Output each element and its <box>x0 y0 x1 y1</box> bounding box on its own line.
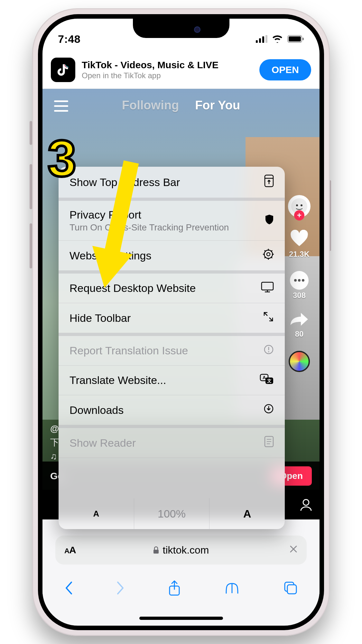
svg-point-34 <box>268 351 269 352</box>
app-banner-subtitle: Open in the TikTok app <box>82 71 259 80</box>
comment-button[interactable]: 308 <box>290 271 309 300</box>
svg-rect-2 <box>262 36 264 43</box>
svg-point-14 <box>298 279 301 282</box>
follow-plus-icon[interactable]: + <box>294 210 304 220</box>
svg-rect-3 <box>265 35 267 43</box>
menu-show-reader: Show Reader <box>59 428 285 458</box>
svg-rect-44 <box>153 550 159 554</box>
notch <box>133 19 229 38</box>
menu-show-top-address-bar[interactable]: Show Top Address Bar <box>59 167 285 198</box>
safari-toolbar <box>42 571 320 606</box>
address-bar-top-icon <box>264 174 274 190</box>
share-button[interactable] <box>168 580 181 597</box>
desktop-icon <box>261 282 274 295</box>
url-domain: tiktok.com <box>153 544 209 556</box>
menu-report-translation-issue: Report Translation Issue <box>59 336 285 366</box>
svg-line-25 <box>265 250 266 252</box>
share-icon <box>290 312 309 328</box>
forward-button <box>116 581 125 596</box>
svg-rect-0 <box>256 40 258 43</box>
tiktok-app-icon[interactable] <box>51 58 75 82</box>
cellular-icon <box>256 35 267 43</box>
zoom-in-button[interactable]: A <box>209 498 285 529</box>
app-banner: TikTok - Videos, Music & LIVE Open in th… <box>42 51 320 89</box>
comment-icon <box>290 271 309 290</box>
menu-downloads[interactable]: Downloads <box>59 395 285 425</box>
svg-rect-6 <box>302 38 304 40</box>
safari-aa-menu: Show Top Address Bar Privacy Report Turn… <box>59 167 285 529</box>
like-button[interactable]: 21.3K <box>289 230 310 259</box>
nav-profile-icon[interactable] <box>299 498 313 512</box>
lock-icon <box>153 546 159 554</box>
svg-line-27 <box>271 250 272 252</box>
battery-icon <box>287 35 304 43</box>
like-count: 21.3K <box>289 250 310 259</box>
phone-frame: 7:48 TikTok - Videos, Music & LIVE Open … <box>32 8 330 636</box>
menu-hide-toolbar[interactable]: Hide Toolbar <box>59 303 285 333</box>
app-banner-title: TikTok - Videos, Music & LIVE <box>82 60 259 70</box>
menu-translate-website[interactable]: Translate Website... A文 <box>59 366 285 395</box>
profile-avatar[interactable]: + <box>288 195 311 218</box>
aa-button[interactable]: AA <box>64 545 76 555</box>
svg-line-28 <box>265 257 266 258</box>
close-icon[interactable] <box>289 545 298 555</box>
step-number-overlay: 3 <box>48 129 76 188</box>
download-icon <box>264 404 274 416</box>
zoom-level[interactable]: 100% <box>134 498 210 529</box>
shield-icon <box>265 214 274 228</box>
svg-line-26 <box>271 257 272 258</box>
svg-point-12 <box>301 204 302 206</box>
svg-rect-50 <box>287 585 296 594</box>
app-banner-open-button[interactable]: OPEN <box>259 59 311 80</box>
svg-rect-1 <box>259 38 261 43</box>
svg-marker-52 <box>84 246 133 292</box>
share-count: 80 <box>295 330 304 339</box>
bookmarks-button[interactable] <box>224 582 240 596</box>
back-button[interactable] <box>64 581 73 596</box>
tabs-button[interactable] <box>283 581 298 596</box>
reader-icon <box>264 436 274 450</box>
svg-rect-29 <box>262 282 273 290</box>
sound-disc[interactable] <box>289 351 310 372</box>
home-indicator[interactable] <box>139 617 223 620</box>
phone-screen: 7:48 TikTok - Videos, Music & LIVE Open … <box>42 19 320 626</box>
gear-icon <box>263 249 274 262</box>
warning-circle-icon <box>264 344 274 357</box>
share-button[interactable]: 80 <box>290 312 309 339</box>
status-icons <box>256 35 304 43</box>
tab-for-you[interactable]: For You <box>195 98 240 112</box>
svg-text:文: 文 <box>267 378 272 383</box>
svg-rect-51 <box>104 160 139 255</box>
svg-text:A: A <box>263 375 266 380</box>
translate-icon: A文 <box>260 374 274 387</box>
expand-arrows-icon <box>263 311 274 325</box>
svg-rect-5 <box>289 36 301 42</box>
svg-point-15 <box>302 279 304 282</box>
svg-point-11 <box>296 204 298 206</box>
status-time: 7:48 <box>58 33 80 45</box>
zoom-out-button[interactable]: A <box>59 498 134 529</box>
svg-point-13 <box>294 279 297 282</box>
tab-following[interactable]: Following <box>122 98 179 112</box>
svg-point-16 <box>303 499 309 505</box>
safari-url-bar[interactable]: AA tiktok.com <box>55 536 307 565</box>
svg-point-20 <box>267 253 270 256</box>
comment-count: 308 <box>293 291 306 300</box>
heart-icon <box>290 230 309 248</box>
wifi-icon <box>272 35 283 43</box>
zoom-bar: A 100% A <box>59 498 285 529</box>
